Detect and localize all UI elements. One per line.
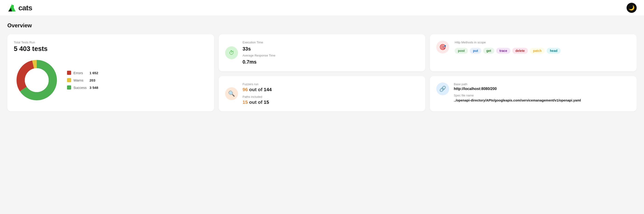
badge-delete: delete xyxy=(512,48,528,54)
total-tests-label: Total Tests Run xyxy=(14,41,208,44)
avg-response-label: Average Response Time xyxy=(242,54,276,57)
paths-total: 15 xyxy=(264,100,269,105)
exec-card-inner: ⏱ Execution Time 33s Average Response Ti… xyxy=(225,41,419,65)
donut-hole xyxy=(25,68,49,92)
warns-label: Warns xyxy=(74,78,87,82)
methods-badges: post put get trace delete patch head xyxy=(455,48,630,54)
paths-included-value: 15 out of 15 xyxy=(242,100,419,105)
legend-success: Success 3 548 xyxy=(67,86,98,90)
specfile-value: ../openapi-directory/APIs/googleapis.com… xyxy=(454,98,630,103)
legend-warns: Warns 203 xyxy=(67,78,98,82)
donut-svg xyxy=(14,57,60,103)
main-content: Overview Total Tests Run 5 403 tests xyxy=(0,16,644,118)
target-icon: 🎯 xyxy=(439,44,446,50)
badge-trace: trace xyxy=(496,48,510,54)
errors-label: Errors xyxy=(74,71,87,75)
avg-response-value: 0.7ms xyxy=(242,59,276,65)
legend-errors: Errors 1 652 xyxy=(67,71,98,75)
success-label: Success xyxy=(74,86,87,90)
warns-count: 203 xyxy=(90,78,95,82)
timer-icon: ⏱ xyxy=(229,50,234,56)
execution-time-card: ⏱ Execution Time 33s Average Response Ti… xyxy=(219,34,426,72)
exec-time-label: Execution Time xyxy=(242,41,276,44)
fuzzers-run-value: 96 out of 144 xyxy=(242,87,419,92)
methods-card-inner: 🎯 Http Methods in scope post put get tra… xyxy=(436,41,630,54)
donut-chart xyxy=(14,57,60,103)
donut-section: Errors 1 652 Warns 203 Success 3 548 xyxy=(14,57,208,103)
exec-time-value: 33s xyxy=(242,46,276,52)
fuzzers-card: 🔍 Fuzzers run 96 out of 144 Paths includ… xyxy=(219,76,426,111)
exec-icon: ⏱ xyxy=(225,46,238,59)
fuzzers-run-text: out of xyxy=(249,87,264,92)
moon-icon: 🌙 xyxy=(628,5,634,10)
methods-icon: 🎯 xyxy=(436,41,449,54)
paths-highlight: 15 xyxy=(242,100,248,105)
badge-put: put xyxy=(470,48,481,54)
logo-area: cats xyxy=(7,3,32,12)
methods-info: Http Methods in scope post put get trace… xyxy=(455,41,630,54)
badge-get: get xyxy=(483,48,494,54)
badge-patch: patch xyxy=(530,48,545,54)
total-tests-value: 5 403 tests xyxy=(14,45,208,52)
app-header: cats 🌙 xyxy=(0,0,644,16)
errors-dot xyxy=(67,71,71,75)
link-icon: 🔗 xyxy=(439,86,446,92)
basepath-label: Base path xyxy=(454,82,630,86)
fuzzers-run-label: Fuzzers run xyxy=(242,82,419,86)
basepath-card-inner: 🔗 Base path http://localhost:8080/200 Sp… xyxy=(436,82,630,103)
paths-text: out of xyxy=(249,100,264,105)
methods-label: Http Methods in scope xyxy=(455,41,630,44)
exec-details: Execution Time 33s Average Response Time… xyxy=(242,41,276,65)
logo-text: cats xyxy=(18,4,32,12)
badge-post: post xyxy=(455,48,468,54)
errors-count: 1 652 xyxy=(90,71,98,75)
basepath-value: http://localhost:8080/200 xyxy=(454,87,630,91)
base-path-card: 🔗 Base path http://localhost:8080/200 Sp… xyxy=(430,76,637,111)
chart-legend: Errors 1 652 Warns 203 Success 3 548 xyxy=(67,71,98,90)
cats-logo-icon xyxy=(7,3,16,12)
theme-toggle-button[interactable]: 🌙 xyxy=(626,3,637,13)
basepath-info: Base path http://localhost:8080/200 Spec… xyxy=(454,82,630,103)
fuzzers-card-inner: 🔍 Fuzzers run 96 out of 144 Paths includ… xyxy=(225,82,419,105)
success-count: 3 548 xyxy=(90,86,98,90)
specfile-label: Spec file name xyxy=(454,94,630,97)
paths-included-label: Paths included xyxy=(242,95,419,98)
warns-dot xyxy=(67,78,71,82)
fuzzers-run-highlight: 96 xyxy=(242,87,248,92)
svg-rect-2 xyxy=(12,5,14,8)
http-methods-card: 🎯 Http Methods in scope post put get tra… xyxy=(430,34,637,72)
page-title: Overview xyxy=(7,22,637,29)
basepath-icon: 🔗 xyxy=(436,82,449,95)
fuzzers-stats: Fuzzers run 96 out of 144 Paths included… xyxy=(242,82,419,105)
total-tests-card: Total Tests Run 5 403 tests xyxy=(7,34,214,111)
success-dot xyxy=(67,86,71,90)
search-icon: 🔍 xyxy=(228,90,235,97)
cards-grid: Total Tests Run 5 403 tests xyxy=(7,34,637,111)
badge-head: head xyxy=(547,48,561,54)
fuzzers-icon: 🔍 xyxy=(225,87,238,100)
fuzzers-run-total: 144 xyxy=(264,87,272,92)
